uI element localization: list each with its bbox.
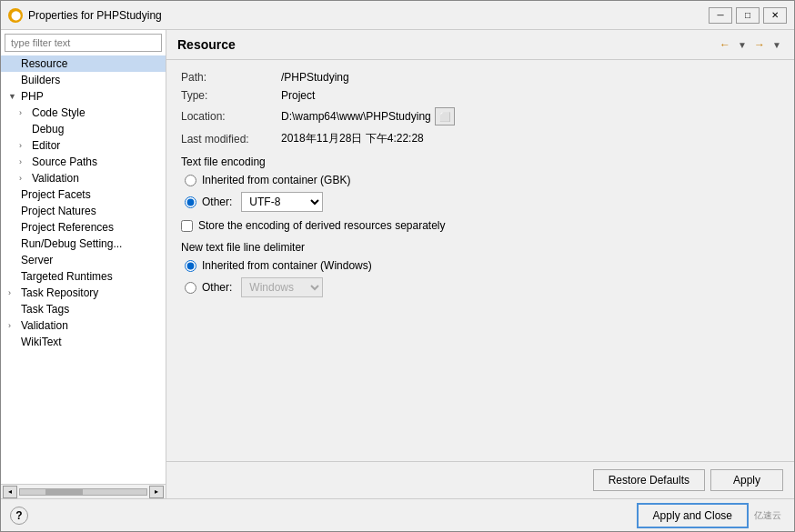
sidebar-item-label: Project Facets bbox=[21, 188, 91, 201]
path-value: /PHPStudying bbox=[281, 71, 349, 84]
delimiter-radio-inherited[interactable] bbox=[185, 260, 196, 272]
sidebar-item-targeted-runtimes[interactable]: Targeted Runtimes bbox=[1, 268, 166, 285]
sidebar-item-php[interactable]: ▼ PHP bbox=[1, 88, 166, 105]
path-row: Path: /PHPStudying bbox=[181, 71, 780, 84]
scroll-track bbox=[19, 488, 147, 496]
sidebar-item-debug[interactable]: Debug bbox=[1, 121, 166, 137]
sidebar-item-label: WikiText bbox=[21, 336, 62, 348]
nav-back-dropdown[interactable]: ▼ bbox=[736, 35, 749, 54]
encoding-store-checkbox[interactable] bbox=[181, 220, 193, 232]
panel-title: Resource bbox=[177, 37, 236, 52]
encoding-checkbox-row: Store the encoding of derived resources … bbox=[181, 219, 780, 232]
sidebar-item-label: Editor bbox=[32, 139, 60, 152]
maximize-button[interactable]: □ bbox=[736, 7, 760, 24]
sidebar-item-label: Task Tags bbox=[21, 303, 69, 316]
delimiter-section-label: New text file line delimiter bbox=[181, 241, 780, 254]
location-label: Location: bbox=[181, 110, 281, 123]
filter-input[interactable] bbox=[5, 34, 162, 52]
sidebar: Resource Builders ▼ PHP › Code Style bbox=[1, 30, 166, 498]
scroll-right-button[interactable]: ▸ bbox=[149, 486, 164, 498]
sidebar-item-label: Source Paths bbox=[32, 156, 97, 168]
sidebar-item-label: Validation bbox=[32, 172, 79, 185]
delimiter-radio-group: Inherited from container (Windows) Other… bbox=[185, 259, 780, 297]
main-content: Resource Builders ▼ PHP › Code Style bbox=[1, 30, 794, 498]
properties-window: ⬤ Properties for PHPStudying ─ □ ✕ Resou… bbox=[0, 0, 795, 532]
apply-and-close-button[interactable]: Apply and Close bbox=[637, 503, 749, 528]
chevron-right-icon: › bbox=[19, 108, 30, 117]
nav-forward-button[interactable]: → bbox=[750, 35, 769, 54]
sidebar-item-label: Debug bbox=[32, 123, 64, 136]
sidebar-item-server[interactable]: Server bbox=[1, 252, 166, 268]
sidebar-item-code-style[interactable]: › Code Style bbox=[1, 105, 166, 121]
window-title: Properties for PHPStudying bbox=[28, 9, 162, 22]
minimize-button[interactable]: ─ bbox=[709, 7, 732, 24]
sidebar-item-run-debug[interactable]: Run/Debug Setting... bbox=[1, 236, 166, 252]
panel-footer: Restore Defaults Apply bbox=[166, 461, 794, 498]
scroll-thumb bbox=[45, 489, 84, 495]
panel-header: Resource ← ▼ → ▼ bbox=[166, 30, 794, 60]
encoding-select[interactable]: UTF-8 GBK ISO-8859-1 US-ASCII bbox=[241, 192, 323, 212]
scroll-left-button[interactable]: ◂ bbox=[3, 486, 17, 498]
location-row: Location: D:\wamp64\www\PHPStudying ⬜ bbox=[181, 107, 780, 125]
delimiter-radio-other[interactable] bbox=[185, 282, 196, 294]
close-button[interactable]: ✕ bbox=[763, 7, 787, 24]
last-modified-row: Last modified: 2018年11月28日 下午4:22:28 bbox=[181, 131, 780, 146]
last-modified-label: Last modified: bbox=[181, 133, 281, 146]
encoding-radio-inherited[interactable] bbox=[185, 175, 196, 186]
location-value: D:\wamp64\www\PHPStudying bbox=[281, 110, 431, 123]
sidebar-scrollbar: ◂ ▸ bbox=[1, 484, 166, 498]
sidebar-item-builders[interactable]: Builders bbox=[1, 72, 166, 88]
sidebar-item-source-paths[interactable]: › Source Paths bbox=[1, 154, 166, 170]
encoding-inherited-label: Inherited from container (GBK) bbox=[202, 174, 350, 186]
sidebar-item-label: Resource bbox=[21, 57, 67, 70]
encoding-radio-row-1: Inherited from container (GBK) bbox=[185, 174, 780, 186]
nav-forward-dropdown[interactable]: ▼ bbox=[770, 35, 783, 54]
delimiter-other-label: Other: bbox=[202, 281, 232, 294]
sidebar-item-project-facets[interactable]: Project Facets bbox=[1, 186, 166, 203]
sidebar-item-resource[interactable]: Resource bbox=[1, 55, 166, 72]
sidebar-item-task-repository[interactable]: › Task Repository bbox=[1, 285, 166, 301]
sidebar-item-task-tags[interactable]: Task Tags bbox=[1, 301, 166, 317]
encoding-radio-other[interactable] bbox=[185, 196, 196, 208]
type-value: Project bbox=[281, 89, 315, 102]
help-button[interactable]: ? bbox=[10, 507, 28, 525]
chevron-down-icon: ▼ bbox=[8, 92, 19, 101]
sidebar-item-project-references[interactable]: Project References bbox=[1, 219, 166, 236]
sidebar-item-validation[interactable]: › Validation bbox=[1, 317, 166, 334]
location-browse-button[interactable]: ⬜ bbox=[435, 107, 455, 125]
sidebar-item-label: Server bbox=[21, 254, 53, 266]
delimiter-radio-row-2: Other: Windows Unix Mac OS X bbox=[185, 277, 780, 297]
title-bar: ⬤ Properties for PHPStudying ─ □ ✕ bbox=[1, 1, 794, 30]
sidebar-item-wikitext[interactable]: WikiText bbox=[1, 334, 166, 350]
nav-back-button[interactable]: ← bbox=[716, 35, 734, 54]
sidebar-item-label: Project Natures bbox=[21, 205, 96, 217]
path-label: Path: bbox=[181, 71, 281, 84]
delimiter-select[interactable]: Windows Unix Mac OS X bbox=[241, 277, 323, 297]
restore-defaults-button[interactable]: Restore Defaults bbox=[593, 469, 705, 491]
delimiter-inherited-label: Inherited from container (Windows) bbox=[202, 259, 372, 272]
type-row: Type: Project bbox=[181, 89, 780, 102]
sidebar-item-project-natures[interactable]: Project Natures bbox=[1, 203, 166, 219]
apply-button[interactable]: Apply bbox=[710, 469, 783, 491]
status-bar: ? Apply and Close 亿速云 bbox=[1, 498, 794, 531]
window-controls: ─ □ ✕ bbox=[709, 7, 787, 24]
watermark-text: 亿速云 bbox=[754, 509, 785, 522]
sidebar-item-label: Targeted Runtimes bbox=[21, 270, 113, 283]
panel-body: Path: /PHPStudying Type: Project Locatio… bbox=[166, 60, 794, 461]
chevron-right-icon: › bbox=[19, 141, 30, 150]
right-panel: Resource ← ▼ → ▼ Path: /PHPStudying Type… bbox=[166, 30, 794, 498]
app-icon: ⬤ bbox=[8, 8, 23, 23]
chevron-right-icon: › bbox=[19, 174, 30, 183]
chevron-right-icon: › bbox=[8, 321, 19, 330]
encoding-checkbox-label: Store the encoding of derived resources … bbox=[198, 219, 446, 232]
chevron-right-icon: › bbox=[8, 288, 19, 297]
sidebar-item-label: Validation bbox=[21, 319, 68, 332]
sidebar-item-editor[interactable]: › Editor bbox=[1, 137, 166, 154]
sidebar-item-label: Project References bbox=[21, 221, 114, 234]
sidebar-item-label: Builders bbox=[21, 74, 60, 86]
sidebar-item-validation-php[interactable]: › Validation bbox=[1, 170, 166, 186]
encoding-section-label: Text file encoding bbox=[181, 156, 780, 168]
sidebar-item-label: PHP bbox=[21, 90, 44, 103]
encoding-other-label: Other: bbox=[202, 196, 232, 208]
encoding-radio-row-2: Other: UTF-8 GBK ISO-8859-1 US-ASCII bbox=[185, 192, 780, 212]
